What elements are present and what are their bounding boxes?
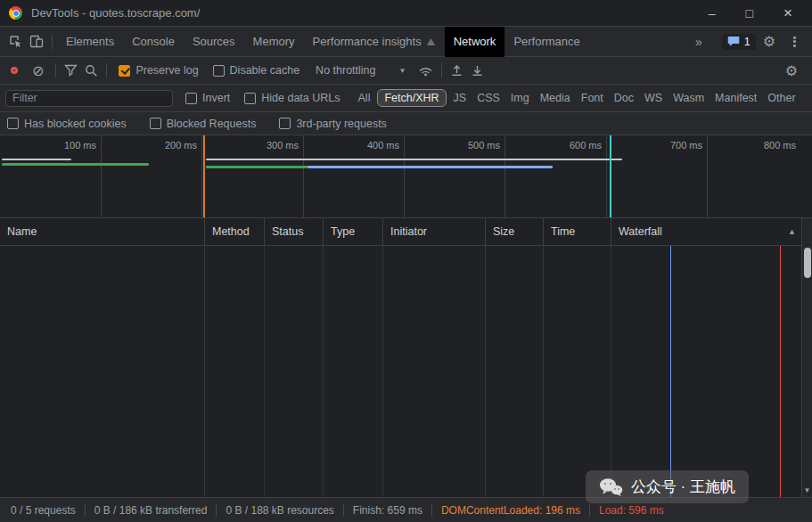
checkbox-unchecked: [185, 93, 197, 104]
checkbox-unchecked: [150, 118, 161, 129]
import-har-icon[interactable]: [447, 64, 467, 77]
search-icon[interactable]: [81, 64, 102, 77]
network-conditions-icon[interactable]: [414, 64, 437, 77]
invert-checkbox[interactable]: Invert: [185, 92, 230, 104]
overview-tick-label: 700 ms: [636, 140, 702, 151]
tab-memory[interactable]: Memory: [244, 27, 304, 57]
overview-waiting-bar: [2, 159, 71, 160]
throttling-select[interactable]: No throttling ▼: [316, 64, 406, 77]
column-header-size[interactable]: Size: [486, 218, 544, 245]
chevron-down-icon: ▼: [399, 67, 406, 75]
overview-tick-label: 800 ms: [729, 140, 796, 151]
filter-type-all[interactable]: All: [353, 90, 376, 106]
more-options-icon[interactable]: ⋮: [783, 34, 807, 50]
overview-tick-label: 300 ms: [232, 140, 299, 151]
close-button[interactable]: ×: [783, 4, 792, 22]
body-column-size: [486, 246, 544, 497]
device-toolbar-icon[interactable]: [26, 35, 47, 48]
divider: [106, 63, 107, 77]
hide-data-urls-checkbox[interactable]: Hide data URLs: [244, 92, 340, 104]
overview-load-marker: [610, 135, 611, 217]
body-column-initiator: [383, 246, 486, 497]
filter-type-js[interactable]: JS: [448, 90, 472, 106]
tab-console[interactable]: Console: [123, 27, 184, 57]
export-har-icon[interactable]: [467, 64, 488, 77]
chat-bubble-icon: [727, 36, 740, 47]
filter-type-wasm[interactable]: Wasm: [668, 90, 709, 106]
checkbox-unchecked: [244, 93, 256, 104]
body-column-status: [265, 246, 324, 497]
waterfall-dcl-marker: [670, 246, 671, 497]
scrollbar-down-arrow-icon[interactable]: ▼: [802, 486, 812, 494]
filter-type-img[interactable]: Img: [505, 90, 535, 106]
record-network-log-button[interactable]: [11, 67, 18, 74]
divider: [52, 35, 53, 49]
scrollbar-thumb[interactable]: [804, 248, 811, 278]
window-title: DevTools - quotes.toscrape.com/: [31, 6, 200, 20]
checkbox-checked: [119, 65, 130, 77]
filter-type-media[interactable]: Media: [535, 90, 576, 106]
tab-elements[interactable]: Elements: [57, 27, 123, 57]
settings-gear-icon[interactable]: ⚙: [756, 33, 783, 50]
overview-tick-label: 100 ms: [29, 140, 96, 151]
tab-performance-insights[interactable]: Performance insights: [304, 27, 445, 57]
overview-request-bar-green: [206, 166, 308, 168]
inspect-element-icon[interactable]: [5, 35, 26, 48]
preserve-log-checkbox[interactable]: Preserve log: [119, 64, 198, 77]
body-column-type: [324, 246, 383, 497]
watermark-badge: 公众号 · 王施帆: [586, 470, 749, 503]
clear-network-log-icon[interactable]: ⊘: [25, 62, 51, 79]
blocked-requests-checkbox[interactable]: Blocked Requests: [150, 118, 257, 130]
vertical-scrollbar[interactable]: ▼: [801, 218, 812, 497]
column-header-type[interactable]: Type: [324, 218, 383, 245]
filter-funnel-icon[interactable]: [61, 64, 81, 77]
issues-count: 1: [744, 36, 750, 48]
column-header-method[interactable]: Method: [205, 218, 265, 245]
column-header-time[interactable]: Time: [544, 218, 611, 245]
requests-table-body[interactable]: [0, 246, 801, 497]
column-header-name[interactable]: Name: [0, 218, 205, 245]
filter-type-other[interactable]: Other: [762, 90, 800, 106]
column-header-waterfall[interactable]: Waterfall ▲: [611, 218, 801, 245]
filter-type-fetch-xhr[interactable]: Fetch/XHR: [377, 89, 446, 107]
network-overview-timeline[interactable]: 100 ms 200 ms 300 ms 400 ms 500 ms 600 m…: [0, 135, 812, 218]
filter-type-css[interactable]: CSS: [472, 90, 505, 106]
filter-input[interactable]: [5, 90, 173, 107]
tab-sources[interactable]: Sources: [184, 27, 244, 57]
filter-type-ws[interactable]: WS: [639, 90, 668, 106]
network-toolbar: ⊘ Preserve log Disable cache No throttli…: [0, 57, 812, 85]
overview-tick-label: 600 ms: [535, 140, 602, 151]
disable-cache-checkbox[interactable]: Disable cache: [213, 64, 300, 77]
divider: [441, 63, 442, 77]
transferred-size: 0 B / 186 kB transferred: [86, 504, 217, 517]
has-blocked-cookies-checkbox[interactable]: Has blocked cookies: [7, 118, 127, 130]
overview-gridline: [101, 135, 102, 217]
filter-type-doc[interactable]: Doc: [609, 90, 639, 106]
overview-request-bar-green: [2, 163, 149, 166]
resources-size: 0 B / 188 kB resources: [217, 504, 342, 517]
body-column-name: [0, 246, 205, 497]
column-header-initiator[interactable]: Initiator: [383, 218, 486, 245]
overview-waiting-bar: [206, 159, 622, 160]
tab-network[interactable]: Network: [445, 27, 505, 57]
titlebar: DevTools - quotes.toscrape.com/ – □ ×: [0, 0, 812, 27]
third-party-requests-checkbox[interactable]: 3rd-party requests: [279, 118, 386, 130]
load-time: Load: 596 ms: [590, 504, 673, 517]
checkbox-unchecked: [213, 65, 225, 77]
tab-performance[interactable]: Performance: [504, 27, 588, 57]
overview-tick-label: 400 ms: [332, 140, 399, 151]
issues-button[interactable]: 1: [722, 34, 756, 50]
preview-feature-triangle-icon: [426, 37, 436, 46]
network-settings-gear-icon[interactable]: ⚙: [778, 62, 805, 79]
column-header-status[interactable]: Status: [265, 218, 324, 245]
more-tabs-chevron-icon[interactable]: »: [688, 35, 709, 49]
requests-count: 0 / 5 requests: [2, 504, 85, 517]
filter-type-font[interactable]: Font: [576, 90, 609, 106]
minimize-button[interactable]: –: [709, 6, 716, 20]
filter-type-manifest[interactable]: Manifest: [709, 90, 762, 106]
overview-request-bar-blue: [308, 166, 553, 168]
overview-tick-label: 500 ms: [433, 140, 500, 151]
devtools-tabbar: Elements Console Sources Memory Performa…: [0, 27, 812, 57]
maximize-button[interactable]: □: [746, 6, 753, 20]
overview-gridline: [707, 135, 708, 217]
